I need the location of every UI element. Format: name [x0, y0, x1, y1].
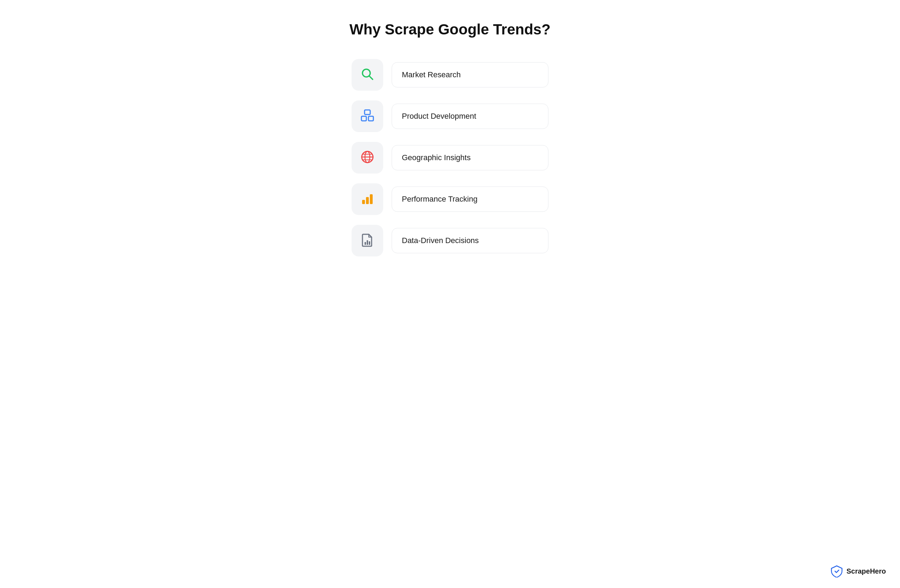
list-item: Product Development: [352, 101, 548, 132]
svg-rect-14: [367, 240, 368, 245]
svg-rect-3: [362, 116, 366, 121]
geographic-insights-icon-box: [352, 142, 383, 173]
performance-tracking-icon-box: [352, 183, 383, 215]
items-list: Market Research Product Development: [352, 59, 548, 257]
data-driven-decisions-label: Data-Driven Decisions: [392, 228, 548, 253]
footer-brand-text: ScrapeHero: [847, 567, 886, 576]
market-research-label: Market Research: [392, 62, 548, 87]
scrapehero-logo-icon: [830, 565, 843, 577]
search-icon: [360, 67, 375, 83]
market-research-icon-box: [352, 59, 383, 91]
file-chart-icon: [360, 232, 375, 249]
svg-rect-2: [365, 110, 370, 115]
performance-tracking-label: Performance Tracking: [392, 187, 548, 212]
svg-rect-12: [370, 194, 372, 204]
list-item: Market Research: [352, 59, 548, 91]
boxes-icon: [360, 108, 375, 125]
page-title: Why Scrape Google Trends?: [349, 21, 551, 38]
svg-rect-13: [365, 242, 366, 245]
product-development-label: Product Development: [392, 104, 548, 129]
svg-rect-11: [366, 197, 369, 204]
list-item: Geographic Insights: [352, 142, 548, 173]
product-development-icon-box: [352, 101, 383, 132]
svg-line-1: [369, 76, 373, 80]
geographic-insights-label: Geographic Insights: [392, 145, 548, 170]
bar-chart-icon: [360, 191, 375, 207]
svg-rect-4: [368, 116, 373, 121]
data-driven-icon-box: [352, 225, 383, 257]
svg-rect-15: [369, 241, 370, 245]
footer: ScrapeHero: [830, 565, 886, 577]
globe-icon: [360, 149, 375, 166]
list-item: Performance Tracking: [352, 183, 548, 215]
svg-rect-10: [362, 200, 365, 204]
list-item: Data-Driven Decisions: [352, 225, 548, 257]
